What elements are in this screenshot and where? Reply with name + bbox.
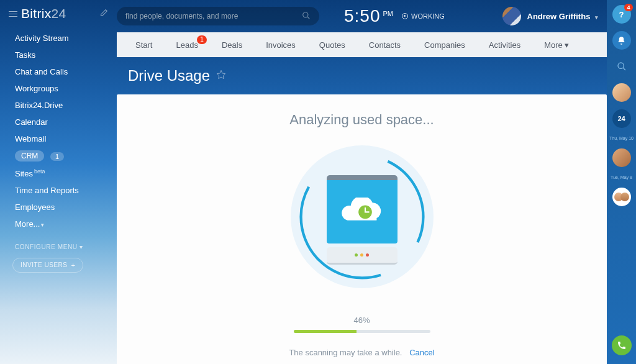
- star-icon[interactable]: [216, 70, 226, 82]
- progress-block: 46%: [117, 316, 607, 333]
- tab-deals[interactable]: Deals: [214, 40, 250, 50]
- sidebar-item-more[interactable]: More...▾: [0, 216, 117, 232]
- record-icon: [402, 13, 408, 19]
- chevron-down-icon: ▾: [595, 14, 598, 20]
- analyzing-heading: Analyzing used space...: [117, 112, 607, 128]
- svg-point-4: [618, 63, 624, 68]
- sidebar-nav: Activity Stream Tasks Chat and Calls Wor…: [0, 30, 117, 232]
- cancel-link[interactable]: Cancel: [409, 348, 434, 357]
- top-bar: 5:50 PM WORKING Andrew Griffiths ▾: [117, 0, 607, 32]
- sidebar-item-employees[interactable]: Employees: [0, 199, 117, 216]
- rail-group-avatar[interactable]: [612, 188, 631, 206]
- user-menu[interactable]: Andrew Griffiths ▾: [527, 12, 598, 21]
- tab-quotes[interactable]: Quotes: [312, 40, 353, 50]
- drive-base-icon: [327, 247, 398, 265]
- pencil-icon[interactable]: [100, 9, 108, 19]
- scan-illustration: [291, 145, 434, 288]
- search-input[interactable]: [125, 12, 302, 20]
- drive-icon: [327, 175, 398, 265]
- chevron-down-icon: ▾: [41, 222, 44, 228]
- brand-text-a: Bitrix: [21, 6, 51, 20]
- rail-search-button[interactable]: [612, 57, 631, 76]
- sidebar-item-drive[interactable]: Bitrix24.Drive: [0, 97, 117, 114]
- sidebar-item-activity-stream[interactable]: Activity Stream: [0, 30, 117, 47]
- svg-point-0: [303, 12, 308, 17]
- rail-avatar-1[interactable]: [612, 83, 631, 102]
- configure-menu-link[interactable]: CONFIGURE MENU ▾: [0, 232, 117, 254]
- menu-icon[interactable]: [9, 9, 17, 19]
- sidebar-item-time-reports[interactable]: Time and Reports: [0, 182, 117, 199]
- progress-bar: [294, 330, 430, 333]
- content-card: Analyzing used space...: [117, 94, 607, 364]
- right-rail: ? 4 24 Thu, May 10 Tue, May 8: [607, 0, 636, 364]
- crm-subnav: Start Leads 1 Deals Invoices Quotes Cont…: [117, 32, 607, 57]
- main-area: 5:50 PM WORKING Andrew Griffiths ▾ Start…: [117, 0, 607, 364]
- help-badge: 4: [624, 4, 632, 11]
- sidebar-item-sites[interactable]: Sitesbeta: [0, 165, 117, 182]
- invite-users-button[interactable]: INVITE USERS +: [12, 258, 83, 273]
- chevron-down-icon: ▾: [80, 243, 83, 250]
- sidebar-item-crm[interactable]: CRM 1: [0, 147, 117, 165]
- search-box[interactable]: [117, 7, 319, 25]
- call-button[interactable]: [612, 335, 632, 355]
- page-title: Drive Usage: [128, 67, 210, 84]
- tab-leads[interactable]: Leads 1: [168, 40, 205, 50]
- page-title-row: Drive Usage: [117, 57, 607, 94]
- search-icon[interactable]: [302, 11, 311, 22]
- tab-invoices[interactable]: Invoices: [258, 40, 303, 50]
- sidebar-item-webmail[interactable]: Webmail: [0, 130, 117, 147]
- crm-count-badge: 1: [50, 152, 64, 161]
- cloud-icon: [335, 198, 389, 229]
- clock: 5:50 PM: [344, 6, 393, 26]
- chevron-down-icon: ▾: [565, 40, 569, 50]
- sidebar-item-calendar[interactable]: Calendar: [0, 114, 117, 130]
- sidebar-item-chat[interactable]: Chat and Calls: [0, 63, 117, 80]
- clock-time: 5:50: [344, 6, 381, 26]
- tab-more[interactable]: More ▾: [537, 40, 576, 50]
- progress-percent: 46%: [117, 316, 607, 325]
- rail-date-1: Thu, May 10: [609, 135, 634, 141]
- notifications-button[interactable]: [612, 31, 631, 50]
- sidebar-item-tasks[interactable]: Tasks: [0, 47, 117, 63]
- sidebar-item-label: CRM: [15, 150, 44, 162]
- tab-activities[interactable]: Activities: [481, 40, 528, 50]
- help-button[interactable]: ? 4: [612, 5, 631, 24]
- work-status[interactable]: WORKING: [402, 12, 445, 20]
- leads-badge: 1: [197, 35, 207, 44]
- rail-date-2: Tue, May 8: [611, 175, 632, 180]
- plus-icon: +: [71, 262, 75, 269]
- tab-companies[interactable]: Companies: [417, 40, 473, 50]
- rail-bitrix24-button[interactable]: 24: [612, 109, 631, 128]
- tab-start[interactable]: Start: [128, 40, 160, 50]
- tab-contacts[interactable]: Contacts: [361, 40, 408, 50]
- avatar[interactable]: [502, 7, 521, 25]
- left-sidebar: Bitrix24 Activity Stream Tasks Chat and …: [0, 0, 117, 364]
- brand-text-b: 24: [51, 6, 66, 20]
- scan-note: The scanning may take a while. Cancel: [117, 348, 607, 357]
- beta-tag: beta: [34, 168, 45, 175]
- sidebar-item-workgroups[interactable]: Workgroups: [0, 80, 117, 97]
- progress-bar-fill: [294, 330, 357, 333]
- rail-avatar-2[interactable]: [612, 148, 631, 167]
- brand-logo[interactable]: Bitrix24: [21, 6, 66, 21]
- clock-ampm: PM: [383, 10, 394, 17]
